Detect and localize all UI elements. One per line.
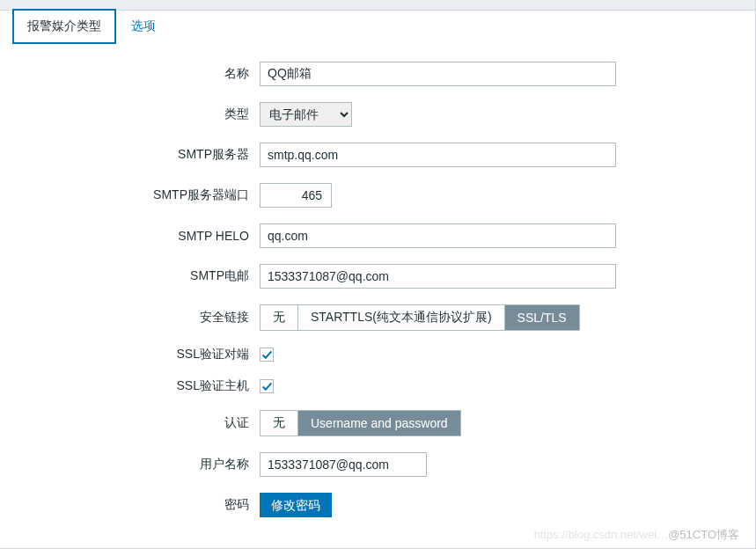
auth-userpass[interactable]: Username and password	[298, 411, 460, 436]
smtp-server-input[interactable]	[260, 143, 616, 167]
label-ssl-verify-peer: SSL验证对端	[18, 347, 260, 362]
label-password: 密码	[18, 497, 260, 513]
smtp-helo-input[interactable]	[260, 223, 616, 248]
label-username: 用户名称	[18, 457, 260, 472]
auth-none[interactable]: 无	[261, 411, 298, 436]
smtp-port-input[interactable]	[260, 183, 332, 208]
label-smtp-port: SMTP服务器端口	[18, 187, 260, 203]
security-starttls[interactable]: STARTTLS(纯文本通信协议扩展)	[298, 305, 505, 330]
name-input[interactable]	[260, 62, 616, 86]
label-name: 名称	[18, 66, 260, 82]
change-password-button[interactable]: 修改密码	[260, 493, 332, 517]
ssl-verify-host-checkbox[interactable]	[260, 379, 274, 393]
label-smtp-email: SMTP电邮	[18, 268, 260, 284]
watermark-url: https://blog.csdn.net/wei…	[534, 528, 668, 541]
security-none[interactable]: 无	[261, 305, 298, 330]
smtp-email-input[interactable]	[260, 264, 616, 289]
security-segment-group: 无 STARTTLS(纯文本通信协议扩展) SSL/TLS	[260, 304, 580, 331]
watermark: https://blog.csdn.net/wei…@51CTO博客	[534, 527, 739, 543]
label-type: 类型	[18, 106, 260, 122]
tab-bar: 报警媒介类型 选项	[12, 9, 755, 44]
label-smtp-helo: SMTP HELO	[18, 229, 260, 243]
security-ssltls[interactable]: SSL/TLS	[505, 305, 579, 330]
media-type-form: 名称 类型 电子邮件 SMTP服务器 SMTP服务器端口	[0, 44, 755, 549]
label-auth: 认证	[18, 415, 260, 431]
username-input[interactable]	[260, 452, 427, 477]
type-select[interactable]: 电子邮件	[260, 102, 352, 127]
tab-options[interactable]: 选项	[116, 9, 171, 44]
label-conn-security: 安全链接	[18, 310, 260, 326]
check-icon	[261, 381, 273, 392]
auth-segment-group: 无 Username and password	[260, 410, 461, 436]
check-icon	[261, 349, 273, 361]
label-ssl-verify-host: SSL验证主机	[18, 378, 260, 394]
watermark-text: @51CTO博客	[668, 528, 739, 541]
label-smtp-server: SMTP服务器	[18, 147, 260, 163]
tab-media-type[interactable]: 报警媒介类型	[12, 9, 116, 44]
ssl-verify-peer-checkbox[interactable]	[260, 348, 274, 362]
